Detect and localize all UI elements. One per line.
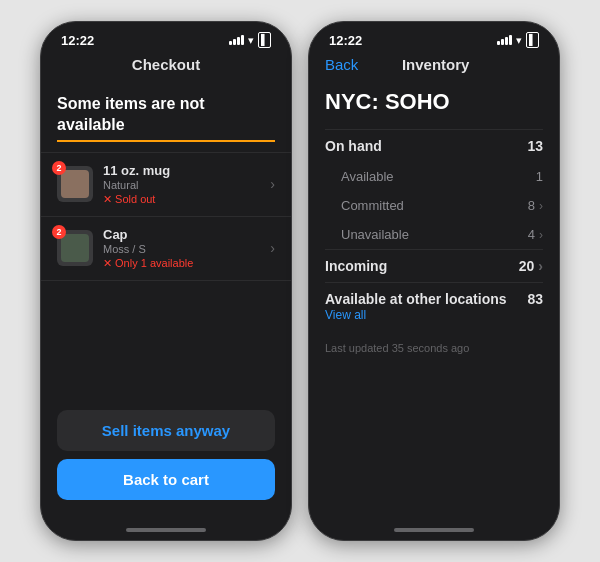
inventory-nav: Back Inventory <box>309 52 559 79</box>
home-bar-2 <box>394 528 474 532</box>
committed-row[interactable]: Committed 8 › <box>325 191 543 220</box>
item-list: 2 11 oz. mug Natural ✕ Sold out › 2 <box>41 153 291 398</box>
item-name-mug: 11 oz. mug <box>103 163 264 178</box>
item-error-cap: ✕ Only 1 available <box>103 257 264 270</box>
battery-icon: ▌ <box>258 32 271 48</box>
item-thumb-mug: 2 <box>57 166 93 202</box>
unavailable-value: 4 › <box>528 227 543 242</box>
chevron-incoming: › <box>538 258 543 274</box>
item-name-cap: Cap <box>103 227 264 242</box>
last-updated: Last updated 35 seconds ago <box>325 342 543 354</box>
item-variant-cap: Moss / S <box>103 243 264 255</box>
other-locations-value: 83 <box>527 291 543 307</box>
item-badge-cap: 2 <box>52 225 66 239</box>
incoming-section[interactable]: Incoming 20 › <box>325 249 543 282</box>
available-value: 1 <box>536 169 543 184</box>
status-time-2: 12:22 <box>329 33 362 48</box>
other-locations-section: Available at other locations View all 83 <box>325 282 543 330</box>
inventory-nav-title: Inventory <box>358 56 513 73</box>
phone-checkout: 12:22 ▾ ▌ Checkout Some items are not av… <box>40 21 292 541</box>
location-title: NYC: SOHO <box>325 89 543 115</box>
item-thumb-cap: 2 <box>57 230 93 266</box>
cap-image <box>61 234 89 262</box>
item-variant-mug: Natural <box>103 179 264 191</box>
status-bar-1: 12:22 ▾ ▌ <box>41 22 291 52</box>
item-info-mug: 11 oz. mug Natural ✕ Sold out <box>103 163 264 206</box>
incoming-value: 20 › <box>519 258 543 274</box>
sell-anyway-button[interactable]: Sell items anyway <box>57 410 275 451</box>
unavailable-label: Unavailable <box>341 227 409 242</box>
warning-header: Some items are not available <box>41 82 291 153</box>
status-icons-1: ▾ ▌ <box>229 32 271 48</box>
home-indicator-2 <box>309 520 559 540</box>
inventory-content: NYC: SOHO On hand 13 Available 1 Committ… <box>309 79 559 520</box>
wifi-icon-2: ▾ <box>516 34 522 47</box>
home-bar-1 <box>126 528 206 532</box>
home-indicator-1 <box>41 520 291 540</box>
chevron-committed: › <box>539 199 543 213</box>
item-row-cap[interactable]: 2 Cap Moss / S ✕ Only 1 available › <box>41 217 291 281</box>
warning-text: Some items are not available <box>57 94 275 136</box>
chevron-right-icon-mug: › <box>270 176 275 192</box>
phone-inventory: 12:22 ▾ ▌ Back Inventory NYC: SOHO <box>308 21 560 541</box>
committed-label: Committed <box>341 198 404 213</box>
battery-icon-2: ▌ <box>526 32 539 48</box>
incoming-label: Incoming <box>325 258 387 274</box>
wifi-icon: ▾ <box>248 34 254 47</box>
committed-value: 8 › <box>528 198 543 213</box>
chevron-unavailable: › <box>539 228 543 242</box>
bottom-actions: Sell items anyway Back to cart <box>41 398 291 520</box>
item-error-mug: ✕ Sold out <box>103 193 264 206</box>
available-label: Available <box>341 169 394 184</box>
unavailable-row[interactable]: Unavailable 4 › <box>325 220 543 249</box>
status-time-1: 12:22 <box>61 33 94 48</box>
on-hand-label: On hand <box>325 138 382 154</box>
other-locations-label: Available at other locations <box>325 291 507 307</box>
available-row: Available 1 <box>325 162 543 191</box>
on-hand-section: On hand 13 <box>325 129 543 162</box>
signal-icon-2 <box>497 35 512 45</box>
on-hand-value: 13 <box>527 138 543 154</box>
status-bar-2: 12:22 ▾ ▌ <box>309 22 559 52</box>
other-locations-info: Available at other locations View all <box>325 291 507 322</box>
checkout-content: Some items are not available 2 11 oz. mu… <box>41 82 291 520</box>
item-info-cap: Cap Moss / S ✕ Only 1 available <box>103 227 264 270</box>
back-to-cart-button[interactable]: Back to cart <box>57 459 275 500</box>
chevron-right-icon-cap: › <box>270 240 275 256</box>
item-row-mug[interactable]: 2 11 oz. mug Natural ✕ Sold out › <box>41 153 291 217</box>
back-button[interactable]: Back <box>325 56 358 73</box>
status-icons-2: ▾ ▌ <box>497 32 539 48</box>
item-badge-mug: 2 <box>52 161 66 175</box>
view-all-button[interactable]: View all <box>325 308 507 322</box>
nav-title-checkout: Checkout <box>132 56 200 73</box>
nav-bar-checkout: Checkout <box>41 52 291 82</box>
mug-image <box>61 170 89 198</box>
warning-underline <box>57 140 275 142</box>
signal-icon <box>229 35 244 45</box>
